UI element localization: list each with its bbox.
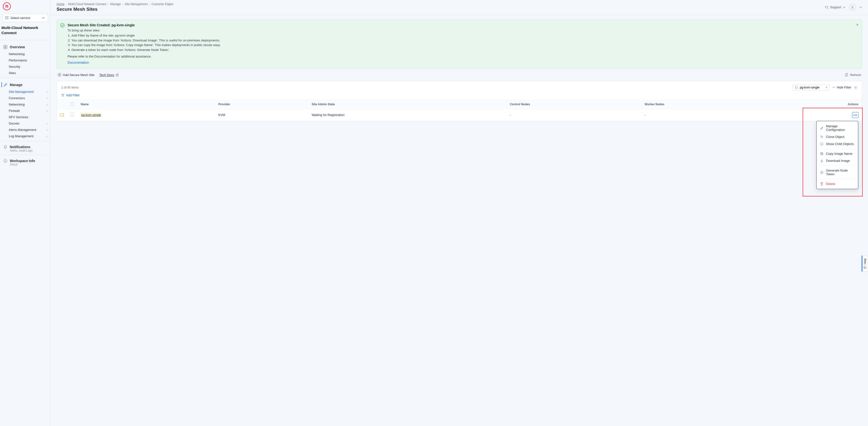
svg-point-17 [852,6,853,7]
svg-point-16 [5,160,6,160]
svg-point-21 [855,87,856,88]
svg-rect-7 [8,18,8,18]
col-provider[interactable]: Provider [215,100,308,109]
chevron-right-icon: › [46,96,48,100]
action-copy-image-name[interactable]: Copy Image Name [816,150,858,157]
nav-manage-firewall[interactable]: Firewall› [0,108,51,114]
alert-title: Secure Mesh Site Created: pg-kvm-single [67,23,858,27]
hide-filter-button[interactable]: Hide Filter [832,86,851,89]
svg-rect-3 [7,16,7,17]
item-count: 1 of 45 items [61,86,79,89]
success-alert: × Secure Mesh Site Created: pg-kvm-singl… [57,20,862,68]
plus-circle-icon [58,73,61,77]
svg-rect-4 [8,16,8,17]
select-service-label: Select service [10,16,39,20]
filter-icon [61,94,65,97]
refresh-icon [845,73,848,77]
download-icon [820,159,824,163]
nav-overview-networking[interactable]: Networking [0,51,51,57]
nav-manage-nfv-services[interactable]: NFV Services [0,114,51,121]
search-input[interactable] [800,86,824,89]
breadcrumb-mcnc[interactable]: Multi-Cloud Network Connect [68,2,106,6]
select-service-dropdown[interactable]: Select service [2,14,48,22]
action-clone-object[interactable]: Clone Object [816,133,858,140]
svg-text:f5: f5 [5,4,8,8]
col-worker-nodes[interactable]: Worker Nodes [641,100,774,109]
chevron-right-icon: › [46,103,48,106]
nav-overview-sites[interactable]: Sites [0,70,51,76]
grid-icon [5,16,8,20]
nav-overview-security[interactable]: Security [0,64,51,70]
action-manage-configuration[interactable]: Manage Configuration [816,123,858,133]
row-actions-button[interactable]: ••• [852,112,859,118]
nav-workspace-info[interactable]: Workspace Info About [0,158,51,167]
breadcrumb-site-management[interactable]: Site Management [125,2,148,6]
chevron-down-icon [41,16,45,20]
svg-rect-5 [5,18,6,18]
add-secure-mesh-site-button[interactable]: Add Secure Mesh Site [58,73,94,77]
check-circle-icon [60,23,65,28]
nav-manage-networking[interactable]: Networking› [0,101,51,108]
col-admin-state[interactable]: Site Admin State [308,100,506,109]
row-checkbox[interactable] [70,113,74,116]
nav-manage-log-management[interactable]: Log Management› [0,133,51,139]
nav-manage[interactable]: Manage [0,81,51,89]
f5-logo-icon: f5 [3,2,11,10]
nav-manage-secrets[interactable]: Secrets› [0,121,51,127]
nav-overview[interactable]: Overview [0,43,51,51]
logo-area: f5 [0,0,51,13]
svg-rect-6 [7,18,7,18]
gear-icon[interactable] [854,86,858,90]
plus-circle-icon [820,171,824,174]
breadcrumb-customer-edges[interactable]: Customer Edges [152,2,173,6]
nav-manage-site-management[interactable]: Site Management› [0,89,51,95]
cell-provider: KVM [215,109,308,121]
nav-manage-alerts-management[interactable]: Alerts Management› [0,127,51,133]
col-name[interactable]: Name [77,100,215,109]
chevron-down-icon [859,6,862,9]
help-icon [864,266,867,269]
svg-rect-14 [6,47,7,49]
search-icon [795,86,798,89]
info-icon [3,159,7,163]
svg-rect-10 [8,19,8,20]
site-name-link[interactable]: pg-kvm-single [81,113,101,117]
data-panel: 1 of 45 items × Hide Filter [57,81,862,121]
action-download-image[interactable]: Download Image [816,157,858,164]
alert-close-button[interactable]: × [856,23,859,27]
col-control-nodes[interactable]: Control Nodes [506,100,641,109]
action-delete[interactable]: Delete [816,181,858,188]
refresh-button[interactable]: Refresh [845,73,861,77]
nav-overview-performance[interactable]: Performance [0,57,51,64]
external-link-icon [116,73,119,76]
row-expand-icon[interactable]: › [60,113,64,117]
chevron-right-icon: › [46,134,48,138]
breadcrumbs: Home› Multi-Cloud Network Connect› Manag… [57,2,173,6]
clear-search-button[interactable]: × [826,86,828,89]
nav-manage-connectors[interactable]: Connectors› [0,95,51,101]
breadcrumb-home[interactable]: Home [57,2,64,6]
chevron-right-icon: › [46,90,48,94]
select-all-checkbox[interactable] [70,102,74,106]
search-input-wrap[interactable]: × [793,84,830,90]
chevron-up-icon [832,86,835,89]
support-button[interactable]: Support [825,5,845,9]
sites-table: Name Provider Site Admin State Control N… [57,100,862,121]
help-tab[interactable]: Help [862,256,868,272]
cell-admin-state: Waiting for Registration [308,109,506,121]
svg-point-20 [795,86,798,88]
nav-notifications[interactable]: Notifications Alerts, Audit Logs [0,144,51,153]
svg-rect-13 [4,47,5,49]
chevron-right-icon: › [46,128,48,132]
svg-rect-12 [6,45,7,47]
tech-docs-link[interactable]: Tech Docs [99,73,119,77]
user-avatar[interactable] [849,4,856,11]
action-show-child-objects[interactable]: Show Child Objects [816,140,858,148]
chevron-right-icon: › [46,122,48,125]
clone-icon [820,135,824,139]
documentation-link[interactable]: Documentation [67,61,89,64]
breadcrumb-manage[interactable]: Manage [110,2,121,6]
action-generate-node-token[interactable]: Generate Node Token [816,167,858,178]
add-filter-button[interactable]: Add Filter [61,93,80,97]
dashboard-icon [3,45,7,49]
